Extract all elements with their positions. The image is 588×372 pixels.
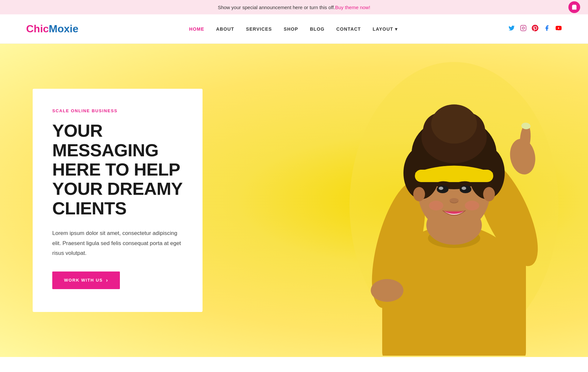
svg-point-29 bbox=[429, 201, 443, 210]
hero-title: YOUR MESSAGING HERE TO HELP YOUR DREAMY … bbox=[52, 121, 183, 218]
logo-moxie: Moxie bbox=[49, 23, 78, 35]
svg-point-11 bbox=[371, 279, 403, 302]
nav-link-home[interactable]: HOME bbox=[189, 26, 204, 32]
nav-link-blog[interactable]: BLOG bbox=[310, 26, 325, 32]
hero-card: SCALE ONLINE BUSINESS YOUR MESSAGING HER… bbox=[33, 89, 203, 312]
cta-label: WORK WITH US bbox=[64, 278, 103, 283]
cart-icon bbox=[571, 4, 577, 10]
pinterest-icon[interactable] bbox=[532, 25, 538, 33]
facebook-icon[interactable] bbox=[544, 25, 550, 33]
instagram-icon[interactable] bbox=[520, 25, 527, 33]
nav-link-about[interactable]: ABOUT bbox=[216, 26, 234, 32]
cart-button[interactable] bbox=[568, 1, 580, 13]
nav-item-about[interactable]: ABOUT bbox=[216, 26, 234, 32]
hero-image bbox=[317, 44, 572, 357]
nav-item-blog[interactable]: BLOG bbox=[310, 26, 325, 32]
announcement-text: Show your special announcement here or t… bbox=[218, 5, 335, 10]
youtube-icon[interactable] bbox=[555, 25, 562, 33]
svg-point-31 bbox=[413, 187, 425, 201]
logo[interactable]: ChicMoxie bbox=[26, 23, 78, 35]
social-icons-group bbox=[508, 25, 562, 33]
navbar: ChicMoxie HOME ABOUT SERVICES SHOP BLOG … bbox=[0, 14, 588, 44]
announcement-bar: Show your special announcement here or t… bbox=[0, 0, 588, 14]
hero-section: SCALE ONLINE BUSINESS YOUR MESSAGING HER… bbox=[0, 44, 588, 357]
svg-point-32 bbox=[483, 187, 495, 201]
nav-item-contact[interactable]: CONTACT bbox=[336, 26, 361, 32]
nav-item-layout[interactable]: LAYOUT ▾ bbox=[373, 26, 398, 32]
svg-rect-1 bbox=[521, 25, 526, 31]
hero-subtitle: SCALE ONLINE BUSINESS bbox=[52, 108, 183, 113]
svg-point-26 bbox=[439, 187, 443, 190]
announcement-link[interactable]: Buy theme now! bbox=[335, 5, 370, 10]
nav-item-services[interactable]: SERVICES bbox=[246, 26, 272, 32]
nav-item-shop[interactable]: SHOP bbox=[284, 26, 298, 32]
nav-link-services[interactable]: SERVICES bbox=[246, 26, 272, 32]
cta-arrow: › bbox=[106, 277, 108, 283]
work-with-us-button[interactable]: WORK WITH US › bbox=[52, 271, 120, 289]
nav-menu: HOME ABOUT SERVICES SHOP BLOG CONTACT LA… bbox=[189, 26, 398, 32]
svg-point-30 bbox=[465, 201, 479, 210]
svg-point-27 bbox=[462, 187, 466, 190]
hero-figure-svg bbox=[317, 44, 572, 356]
svg-point-22 bbox=[431, 104, 477, 144]
svg-rect-23 bbox=[415, 170, 493, 182]
nav-link-contact[interactable]: CONTACT bbox=[336, 26, 361, 32]
nav-item-home[interactable]: HOME bbox=[189, 26, 204, 32]
twitter-icon[interactable] bbox=[508, 25, 515, 33]
nav-link-layout[interactable]: LAYOUT ▾ bbox=[373, 26, 398, 32]
hero-description: Lorem ipsum dolor sit amet, consectetur … bbox=[52, 228, 183, 258]
nav-link-shop[interactable]: SHOP bbox=[284, 26, 298, 32]
logo-chic: Chic bbox=[26, 23, 49, 35]
